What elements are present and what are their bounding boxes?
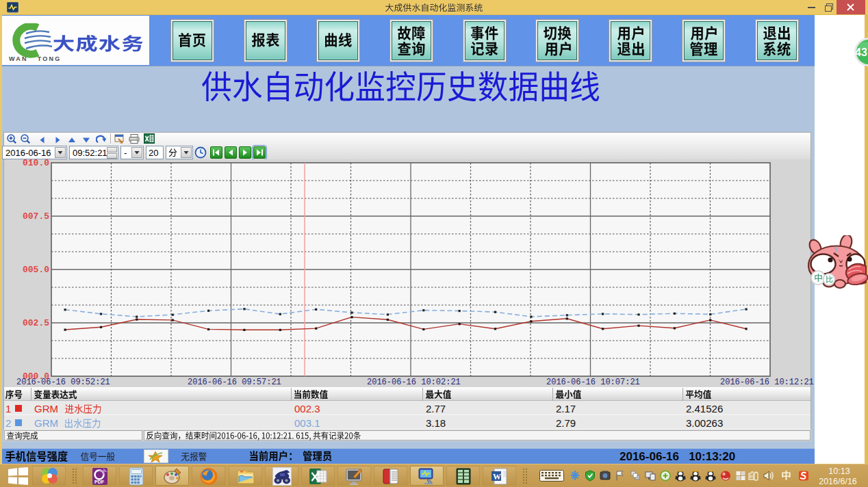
svg-text:PDF: PDF bbox=[94, 479, 105, 484]
svg-text:43: 43 bbox=[855, 47, 867, 58]
svg-text:W: W bbox=[493, 472, 501, 482]
